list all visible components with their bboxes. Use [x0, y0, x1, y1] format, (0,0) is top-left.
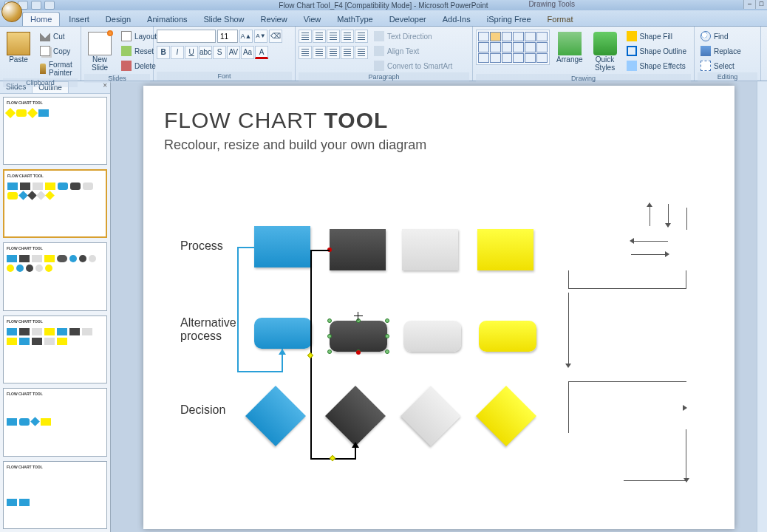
selection-handle[interactable] — [327, 349, 332, 354]
format-painter-button[interactable]: Format Painter — [37, 59, 80, 78]
sample-arrows[interactable] — [646, 204, 705, 233]
altprocess-yellow[interactable] — [479, 321, 536, 352]
tab-animations[interactable]: Animations — [140, 13, 194, 26]
label-decision[interactable]: Decision — [180, 403, 225, 417]
selection-handle[interactable] — [385, 334, 389, 338]
slide-subtitle[interactable]: Recolour, resize and build your own diag… — [164, 137, 426, 153]
slidepanel-close-icon[interactable]: × — [100, 81, 110, 93]
shape-bracket-icon[interactable] — [525, 53, 536, 63]
decision-yellow[interactable] — [476, 386, 536, 446]
thumbnail-6[interactable]: FLOW CHART TOOL — [3, 461, 107, 529]
thumbnail-1[interactable]: FLOW CHART TOOL — [3, 97, 107, 165]
qat-redo-icon[interactable] — [31, 1, 41, 10]
connector-black[interactable] — [310, 250, 330, 251]
shape-callout-icon[interactable] — [536, 42, 548, 52]
connector-blue[interactable] — [237, 371, 282, 372]
tab-slideshow[interactable]: Slide Show — [197, 13, 252, 26]
align-center-button[interactable] — [313, 46, 326, 59]
arrange-button[interactable]: Arrange — [553, 30, 587, 66]
label-process[interactable]: Process — [180, 239, 223, 253]
tab-review[interactable]: Review — [253, 13, 295, 26]
case-button[interactable]: Aa — [241, 46, 254, 59]
decrease-indent-button[interactable] — [327, 30, 340, 43]
bullets-button[interactable] — [299, 30, 312, 43]
process-yellow[interactable] — [477, 229, 534, 270]
bold-button[interactable]: B — [157, 46, 170, 59]
decision-dark[interactable] — [325, 386, 386, 446]
shape-brace-icon[interactable] — [513, 53, 524, 63]
adjust-handle[interactable] — [307, 352, 313, 358]
sample-arrows-h[interactable] — [631, 241, 690, 263]
numbering-button[interactable] — [313, 30, 326, 43]
altprocess-blue[interactable] — [254, 318, 312, 349]
copy-button[interactable]: Copy — [37, 44, 80, 58]
line-spacing-button[interactable] — [355, 30, 368, 43]
justify-button[interactable] — [341, 46, 354, 59]
underline-button[interactable]: U — [185, 46, 198, 59]
new-slide-button[interactable]: New Slide — [84, 30, 115, 74]
shape-outline-button[interactable]: Shape Outline — [624, 44, 689, 58]
altprocess-grey[interactable] — [403, 321, 461, 352]
label-alternative[interactable]: Alternative process — [180, 316, 250, 343]
tab-developer[interactable]: Developer — [382, 13, 434, 26]
slide-canvas[interactable]: FLOW CHART TOOL Recolour, resize and bui… — [143, 86, 734, 529]
thumbnail-3[interactable]: FLOW CHART TOOL — [3, 242, 107, 310]
selection-handle[interactable] — [327, 334, 332, 338]
shape-freeform-icon[interactable] — [490, 53, 501, 63]
slide-area[interactable]: FLOW CHART TOOL Recolour, resize and bui… — [111, 81, 767, 532]
tab-ispring[interactable]: iSpring Free — [480, 13, 539, 26]
connector-blue[interactable] — [237, 247, 239, 372]
process-blue[interactable] — [254, 226, 310, 267]
sample-bracket[interactable] — [568, 270, 686, 289]
thumbnails[interactable]: FLOW CHART TOOL FLOW CHART TOOL FLOW CHA… — [0, 94, 110, 532]
font-color-button[interactable]: A — [255, 46, 268, 59]
connection-point[interactable] — [356, 350, 361, 355]
columns-button[interactable] — [355, 46, 368, 59]
thumbnail-5[interactable]: FLOW CHART TOOL — [3, 388, 107, 456]
tab-mathtype[interactable]: MathType — [330, 13, 380, 26]
shape-oval-icon[interactable] — [525, 32, 536, 41]
shape-arrow-icon[interactable] — [490, 32, 501, 41]
cut-button[interactable]: Cut — [37, 30, 80, 43]
shape-more-icon[interactable] — [536, 53, 548, 63]
font-family-input[interactable] — [157, 30, 216, 43]
tab-format[interactable]: Format — [540, 13, 581, 26]
shadow-button[interactable]: S — [213, 46, 226, 59]
process-dark[interactable] — [330, 229, 386, 270]
office-button[interactable] — [1, 1, 22, 22]
increase-indent-button[interactable] — [341, 30, 354, 43]
qat-print-icon[interactable] — [44, 1, 55, 10]
shape-fill-button[interactable]: Shape Fill — [624, 30, 689, 43]
shape-line-icon[interactable] — [478, 32, 489, 41]
selection-handle[interactable] — [385, 318, 389, 323]
sample-elbow[interactable] — [568, 381, 686, 433]
altprocess-dark-selected[interactable] — [330, 321, 387, 352]
sample-elbow-2[interactable] — [624, 429, 686, 481]
shape-roundrect-icon[interactable] — [513, 32, 524, 41]
align-left-button[interactable] — [299, 46, 312, 59]
shape-arrow2-icon[interactable] — [502, 42, 513, 52]
select-button[interactable]: Select — [698, 59, 744, 72]
clear-format-button[interactable]: ⌫ — [269, 30, 282, 43]
shape-connector-icon[interactable] — [478, 42, 489, 52]
shape-star-icon[interactable] — [525, 42, 536, 52]
tab-addins[interactable]: Add-Ins — [435, 13, 478, 26]
shape-effects-button[interactable]: Shape Effects — [624, 59, 689, 72]
grow-font-button[interactable]: A▲ — [239, 30, 253, 43]
shape-scribble-icon[interactable] — [502, 53, 513, 63]
adjust-handle[interactable] — [330, 455, 335, 461]
maximize-button[interactable]: □ — [755, 0, 767, 9]
tab-view[interactable]: View — [296, 13, 329, 26]
align-right-button[interactable] — [327, 46, 340, 59]
connector-blue[interactable] — [237, 247, 254, 248]
decision-grey[interactable] — [400, 386, 461, 446]
paste-button[interactable]: Paste — [3, 30, 34, 66]
spacing-button[interactable]: AV — [227, 46, 240, 59]
shape-triangle-icon[interactable] — [536, 32, 548, 41]
process-grey[interactable] — [402, 229, 458, 270]
italic-button[interactable]: I — [171, 46, 184, 59]
find-button[interactable]: Find — [698, 30, 744, 43]
decision-blue[interactable] — [245, 386, 306, 446]
shape-arrow3-icon[interactable] — [513, 42, 524, 52]
vertical-scrollbar[interactable] — [757, 81, 767, 532]
